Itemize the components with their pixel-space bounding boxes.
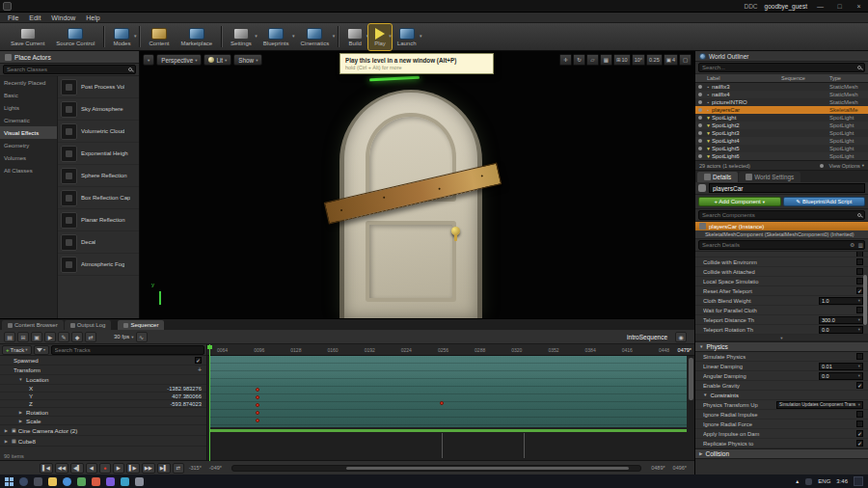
category-recently-placed[interactable]: Recently Placed xyxy=(0,76,57,89)
track-location-z[interactable]: Z-593.874023 xyxy=(0,400,206,408)
go-to-end-button[interactable]: ▶▌ xyxy=(157,463,171,474)
menu-window[interactable]: Window xyxy=(51,14,75,21)
search-components-input[interactable] xyxy=(698,210,865,220)
record-button[interactable]: ● xyxy=(99,463,111,474)
number-input[interactable]: 0.0▾ xyxy=(819,326,863,334)
auto-key-button[interactable]: ◆ xyxy=(71,332,83,342)
tab-content-browser[interactable]: Content Browser xyxy=(2,320,64,330)
timeline-horizontal-scrollbar[interactable] xyxy=(231,465,641,472)
language-indicator[interactable]: ENG xyxy=(818,478,830,484)
category-lights[interactable]: Lights xyxy=(0,101,57,114)
table-row[interactable]: ▼SpotLight2SpotLight xyxy=(695,122,868,129)
content-button[interactable]: Content xyxy=(143,24,175,50)
physics-section-header[interactable]: ▼Physics xyxy=(695,341,868,352)
tray-expand-icon[interactable]: ▲ xyxy=(795,478,800,484)
render-movie-button[interactable]: ▶ xyxy=(44,332,56,342)
minimize-button[interactable]: — xyxy=(814,3,827,10)
play-forward-button[interactable]: ▶ xyxy=(113,463,124,474)
visibility-eye-icon[interactable] xyxy=(698,116,702,120)
category-cinematic[interactable]: Cinematic xyxy=(0,114,57,126)
find-in-content-browser-button[interactable]: ⊞ xyxy=(17,332,29,342)
menu-edit[interactable]: Edit xyxy=(29,14,41,21)
checkbox[interactable] xyxy=(856,440,863,447)
keyframe-marker[interactable] xyxy=(256,403,259,407)
track-cube8[interactable]: ▶▦Cube8 xyxy=(0,436,206,447)
search-classes-input[interactable] xyxy=(3,65,136,74)
x-value[interactable]: -1382.983276 xyxy=(167,386,202,392)
notification-center-button[interactable] xyxy=(854,476,863,486)
keyframe-options-button[interactable]: ✎ xyxy=(58,332,69,342)
checkbox[interactable] xyxy=(856,307,863,313)
marketplace-button[interactable]: Marketplace xyxy=(175,24,218,50)
tab-details[interactable]: Details xyxy=(697,172,738,182)
skeletal-mesh-component-row[interactable]: SkeletalMeshComponent (SkeletalMeshCompo… xyxy=(695,230,868,239)
category-basic[interactable]: Basic xyxy=(0,89,57,101)
visibility-eye-icon[interactable] xyxy=(698,139,702,143)
next-frame-button[interactable]: ▶▶ xyxy=(142,463,155,474)
details-settings-icons[interactable]: ⚙ ▥ xyxy=(850,242,864,248)
checkbox[interactable] xyxy=(856,353,863,360)
table-row[interactable]: ▪nailfix4StaticMesh xyxy=(695,91,868,98)
search-details-input[interactable] xyxy=(698,240,865,250)
list-item[interactable]: Planar Reflection xyxy=(58,209,139,231)
track-scale[interactable]: ▶Scale xyxy=(0,417,206,425)
create-camera-button[interactable]: ▣ xyxy=(31,332,42,342)
details-scrollbar[interactable] xyxy=(863,275,867,325)
modes-button[interactable]: Modes▾ xyxy=(107,24,136,50)
tab-world-settings[interactable]: World Settings xyxy=(739,172,800,182)
category-visual-effects[interactable]: Visual Effects xyxy=(0,126,57,139)
search-tracks-input[interactable] xyxy=(51,345,204,355)
keyframe-marker[interactable] xyxy=(256,411,259,415)
scale-snap-button[interactable]: 0.25 xyxy=(646,54,663,66)
list-item[interactable]: Exponential Heigh xyxy=(58,143,139,165)
viewport-options-button[interactable]: ▾ xyxy=(143,54,154,66)
clock[interactable]: 3:46 xyxy=(836,478,848,484)
list-item[interactable]: Sky Atmosphere xyxy=(58,98,139,121)
checkbox[interactable] xyxy=(856,268,863,275)
lock-sequence-button[interactable]: ◉ xyxy=(675,332,687,342)
source-control-button[interactable]: Source Control xyxy=(50,24,100,50)
visibility-eye-icon[interactable] xyxy=(698,154,702,158)
list-item[interactable]: Decal xyxy=(58,231,139,254)
rotate-tool-button[interactable]: ↻ xyxy=(573,54,585,66)
checkbox[interactable] xyxy=(856,278,863,285)
lit-mode-button[interactable]: Lit▾ xyxy=(203,54,231,66)
viewport[interactable]: ▾ Perspective▾ Lit▾ Show▾ ✛ ↻ ▱ ▦ ⊞10 10… xyxy=(140,51,694,318)
table-row-selected[interactable]: ▪playersCarSkeletalMe xyxy=(695,106,868,114)
previous-frame-button[interactable]: ◀◀ xyxy=(55,463,68,474)
number-input[interactable]: 0.0▾ xyxy=(819,372,863,380)
loop-button[interactable]: ⇄ xyxy=(173,463,184,474)
world-local-toggle-button[interactable]: ▦ xyxy=(600,54,612,66)
previous-key-button[interactable]: ◀▌ xyxy=(70,463,84,474)
camera-spawned-range[interactable] xyxy=(209,429,687,432)
visibility-eye-icon[interactable] xyxy=(698,85,702,89)
keyframe-marker[interactable] xyxy=(256,388,259,392)
taskbar-search-icon[interactable] xyxy=(19,477,28,486)
list-item[interactable]: Volumetric Cloud xyxy=(58,121,139,143)
track-transform[interactable]: Transform+ xyxy=(0,366,206,375)
timeline-vertical-scrollbar[interactable] xyxy=(689,358,693,400)
place-actors-tab[interactable]: Place Actors xyxy=(0,51,139,64)
edit-options-button[interactable]: ⇄ xyxy=(85,332,96,342)
list-item[interactable]: Box Reflection Cap xyxy=(58,187,139,209)
keyframe-marker[interactable] xyxy=(256,419,259,422)
section-range[interactable] xyxy=(209,356,687,427)
start-button[interactable] xyxy=(5,477,14,486)
list-item[interactable]: Atmospheric Fog xyxy=(58,254,139,276)
checkbox[interactable] xyxy=(856,258,863,265)
add-track-button[interactable]: +Track▾ xyxy=(2,345,32,355)
maximize-viewport-button[interactable]: ▢ xyxy=(679,54,692,66)
tray-icon[interactable] xyxy=(805,478,812,485)
timeline-body[interactable] xyxy=(207,356,694,461)
track-spawned[interactable]: Spawned xyxy=(0,356,206,366)
save-current-button[interactable]: Save Current xyxy=(5,24,50,50)
settings-button[interactable]: Settings▾ xyxy=(225,24,258,50)
maximize-button[interactable]: □ xyxy=(833,3,846,10)
track-filter-button[interactable]: ▾ xyxy=(34,345,49,355)
translate-tool-button[interactable]: ✛ xyxy=(559,54,572,66)
checkbox[interactable] xyxy=(856,287,863,294)
close-button[interactable]: × xyxy=(853,3,865,10)
spawned-checkbox[interactable] xyxy=(195,357,202,364)
track-location-y[interactable]: Y407.380066 xyxy=(0,393,206,400)
visibility-eye-icon[interactable] xyxy=(698,123,702,127)
